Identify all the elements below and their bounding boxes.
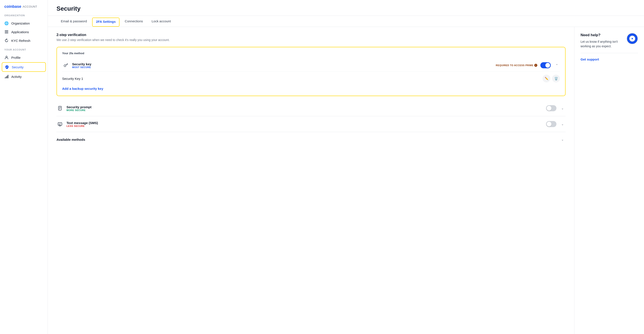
sidebar-item-label: Activity (11, 75, 22, 79)
security-prompt-icon (56, 105, 64, 112)
sidebar-item-label: Profile (11, 56, 21, 59)
globe-icon: 🌐 (4, 21, 9, 25)
svg-rect-14 (59, 108, 61, 108)
available-methods-row[interactable]: Available methods ⌄ (56, 132, 566, 147)
activity-icon (4, 74, 9, 79)
security-prompt-row: Security prompt MORE SECURE ⌄ (56, 100, 566, 116)
svg-rect-6 (7, 76, 8, 78)
sidebar-item-applications[interactable]: Applications (0, 27, 48, 36)
less-secure-badge: LESS SECURE (66, 125, 543, 127)
edit-security-key-button[interactable]: ✏️ (542, 75, 550, 82)
most-secure-badge: MOST SECURE (72, 66, 493, 69)
security-key-info: Security key MOST SECURE (72, 62, 493, 69)
text-message-row: Text message (SMS) LESS SECURE ⌄ (56, 116, 566, 132)
help-header: Need help? Let us know if anything isn't… (580, 33, 638, 52)
sidebar-item-label: Security (12, 65, 24, 69)
security-key-name: Security key (72, 62, 493, 66)
security-key-toggle[interactable] (540, 62, 551, 68)
text-message-toggle[interactable] (546, 121, 556, 127)
page-title: Security (56, 5, 635, 12)
help-title: Need help? (580, 33, 623, 37)
available-methods-label: Available methods (56, 138, 560, 141)
sms-icon (56, 121, 64, 128)
tab-2fa-settings[interactable]: 2FA Settings (92, 17, 120, 27)
twofa-method-box: Your 2fa method Security key MOST SECURE… (56, 47, 566, 96)
twofa-section-desc: We use 2-step verification when we need … (56, 38, 566, 42)
refresh-icon (4, 38, 9, 43)
required-badge: REQUIRED TO ACCESS PRIME i (496, 64, 537, 67)
sidebar-item-label: Applications (11, 30, 29, 34)
svg-rect-7 (8, 75, 8, 78)
applications-icon (4, 30, 9, 34)
security-prompt-name: Security prompt (66, 105, 543, 109)
toggle-knob (547, 106, 552, 111)
security-prompt-info: Security prompt MORE SECURE (66, 105, 543, 112)
tab-lock-account[interactable]: Lock account (147, 16, 175, 27)
sidebar-item-label: Organization (11, 21, 30, 25)
profile-icon (4, 55, 9, 60)
sidebar-item-kyc-refresh[interactable]: KYC Refresh (0, 36, 48, 45)
svg-rect-1 (5, 32, 8, 32)
add-backup-security-key-link[interactable]: Add a backup security key (62, 84, 103, 91)
twofa-section-title: 2-step verification (56, 33, 566, 37)
content-area: 2-step verification We use 2-step verifi… (48, 27, 644, 334)
svg-point-23 (632, 38, 633, 39)
svg-rect-15 (59, 109, 60, 109)
svg-rect-5 (6, 77, 6, 78)
sidebar-item-profile[interactable]: Profile (0, 53, 48, 62)
security-nav-wrapper: Security (2, 62, 46, 72)
shield-icon (5, 65, 9, 69)
lifesaver-icon (626, 33, 638, 44)
toggle-knob (545, 63, 550, 68)
main-content: Security Email & password 2FA Settings C… (48, 0, 644, 334)
security-prompt-chevron[interactable]: ⌄ (560, 105, 566, 111)
main-panel: 2-step verification We use 2-step verifi… (48, 27, 574, 334)
toggle-knob (547, 122, 552, 127)
svg-rect-2 (5, 33, 8, 33)
logo-account: ACCOUNT (22, 5, 37, 8)
help-desc: Let us know if anything isn't working as… (580, 39, 623, 49)
security-key-method-row: Security key MOST SECURE REQUIRED TO ACC… (62, 59, 560, 72)
help-text: Need help? Let us know if anything isn't… (580, 33, 623, 52)
svg-rect-4 (5, 77, 6, 78)
sidebar-item-security[interactable]: Security (2, 63, 46, 71)
key-icon (62, 62, 69, 69)
svg-rect-0 (5, 30, 8, 31)
text-message-name: Text message (SMS) (66, 121, 543, 125)
more-secure-badge: MORE SECURE (66, 109, 543, 112)
sidebar-item-organization[interactable]: 🌐 Organization (0, 19, 48, 27)
security-prompt-toggle[interactable] (546, 105, 556, 111)
available-methods-chevron[interactable]: ⌄ (560, 136, 566, 143)
svg-point-3 (6, 56, 8, 58)
your-account-section-label: YOUR ACCOUNT (0, 48, 48, 53)
sidebar-item-label: KYC Refresh (11, 39, 30, 42)
sidebar-item-activity[interactable]: Activity (0, 72, 48, 81)
security-key-1-row: Security Key 1 ✏️ 🗑️ (62, 72, 560, 84)
text-message-chevron[interactable]: ⌄ (560, 121, 566, 127)
text-message-info: Text message (SMS) LESS SECURE (66, 121, 543, 127)
side-panel: Need help? Let us know if anything isn't… (574, 27, 644, 334)
logo-coinbase: coinbase (4, 4, 21, 9)
page-header: Security (48, 0, 644, 16)
method-box-title: Your 2fa method (62, 52, 560, 55)
security-key-1-label: Security Key 1 (62, 77, 541, 80)
sidebar: coinbase ACCOUNT ORGANIZATION 🌐 Organiza… (0, 0, 48, 334)
svg-rect-13 (59, 107, 61, 108)
org-section-label: ORGANIZATION (0, 14, 48, 19)
get-support-link[interactable]: Get support (580, 57, 638, 61)
tab-email-password[interactable]: Email & password (56, 16, 91, 27)
logo-area: coinbase ACCOUNT (0, 4, 48, 14)
tab-connections[interactable]: Connections (120, 16, 147, 27)
delete-security-key-button[interactable]: 🗑️ (552, 75, 560, 82)
tabs-bar: Email & password 2FA Settings Connection… (48, 16, 644, 27)
side-divider (580, 53, 638, 53)
security-key-chevron-up[interactable]: ⌃ (554, 62, 560, 68)
info-icon: i (534, 64, 537, 67)
